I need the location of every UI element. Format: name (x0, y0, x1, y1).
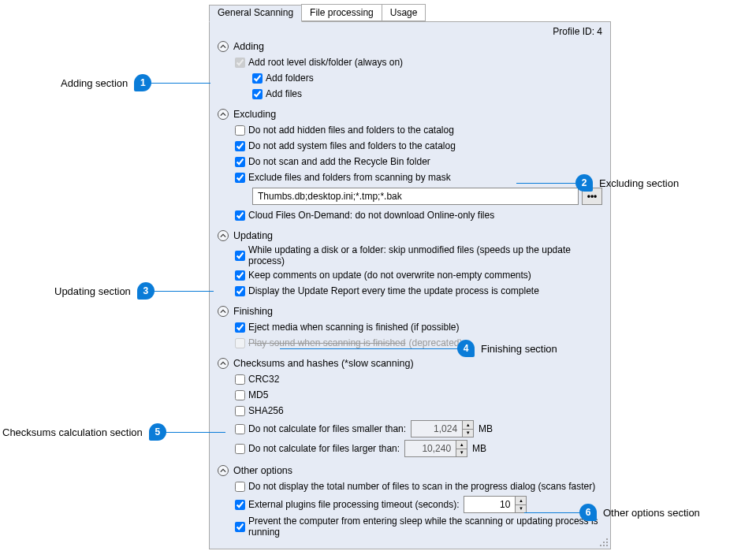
section-title: Checksums and hashes (*slow scanning) (233, 358, 414, 369)
chk-add-root[interactable] (235, 58, 245, 68)
chk-sound (235, 338, 245, 348)
chk-skip[interactable] (235, 251, 245, 261)
svg-point-5 (606, 545, 608, 546)
num-timeout-wrap: ▲▼ (464, 496, 527, 513)
section-title: Other options (233, 465, 292, 476)
chevron-up-icon (218, 306, 229, 317)
spin-down[interactable]: ▼ (456, 449, 467, 457)
num-timeout-input[interactable] (464, 497, 515, 512)
chevron-up-icon (218, 41, 229, 52)
settings-panel: General Scanning File processing Usage P… (209, 4, 611, 549)
unit-mb: MB (472, 443, 486, 454)
svg-point-3 (600, 545, 601, 546)
chk-hidden[interactable] (235, 125, 245, 136)
callout-connector (280, 348, 457, 349)
callout-text: Checksums calculation section (2, 426, 143, 438)
section-title: Finishing (233, 306, 273, 317)
chevron-up-icon (218, 465, 229, 476)
chk-mask[interactable] (235, 173, 245, 183)
num-larger-wrap: ▲▼ (404, 440, 467, 457)
lbl-skip: While updating a disk or a folder: skip … (248, 244, 602, 266)
mask-input[interactable] (252, 188, 579, 205)
lbl-cloud: Cloud Files On-Demand: do not download O… (248, 210, 494, 221)
svg-point-0 (606, 538, 608, 540)
chk-larger[interactable] (235, 444, 245, 454)
callout-bubble: 5 (149, 423, 166, 441)
callout-connector (524, 512, 579, 513)
spin-up[interactable]: ▲ (516, 497, 526, 505)
lbl-crc32: CRC32 (248, 374, 279, 385)
chk-sleep[interactable] (235, 522, 245, 532)
lbl-total: Do not display the total number of files… (248, 481, 595, 492)
lbl-sha256: SHA256 (248, 405, 284, 416)
section-other: Do not display the total number of files… (235, 479, 602, 538)
section-header-other[interactable]: Other options (218, 465, 602, 476)
profile-id-label: Profile ID: 4 (553, 26, 602, 37)
callout-bubble: 3 (137, 282, 155, 300)
lbl-deprecated: (deprecated) (408, 337, 462, 348)
chevron-up-icon (218, 358, 229, 369)
callout-connector (516, 183, 575, 184)
section-header-checksums[interactable]: Checksums and hashes (*slow scanning) (218, 358, 602, 369)
lbl-report: Display the Update Report every time the… (248, 285, 539, 296)
chk-md5[interactable] (235, 390, 245, 400)
num-smaller-wrap: ▲▼ (411, 420, 474, 437)
lbl-add-root: Add root level disk/folder (always on) (248, 57, 403, 68)
section-title: Adding (233, 41, 264, 52)
tab-usage[interactable]: Usage (382, 4, 426, 21)
tab-strip: General Scanning File processing Usage (209, 4, 611, 21)
num-larger-input[interactable] (405, 441, 456, 456)
callout-6: Other options section 6 (579, 504, 700, 521)
chk-keep[interactable] (235, 270, 245, 281)
num-smaller-input[interactable] (412, 421, 462, 437)
tab-file-processing[interactable]: File processing (301, 4, 382, 21)
section-header-updating[interactable]: Updating (218, 230, 602, 241)
chk-total[interactable] (235, 482, 245, 492)
callout-1: Adding section 1 (61, 74, 210, 91)
chk-smaller[interactable] (235, 424, 245, 434)
section-adding: Add root level disk/folder (always on) A… (235, 55, 602, 101)
chk-crc32[interactable] (235, 374, 245, 385)
chk-recycle[interactable] (235, 157, 245, 167)
lbl-timeout: External plugins file processing timeout… (248, 499, 459, 510)
lbl-add-files: Add files (266, 88, 302, 99)
section-checksums: CRC32 MD5 SHA256 Do not calculate for fi… (235, 372, 602, 457)
chk-system[interactable] (235, 141, 245, 151)
section-title: Excluding (233, 109, 276, 120)
callout-2: Excluding section 2 (575, 174, 679, 192)
callout-3: Updating section 3 (54, 282, 214, 300)
callout-text: Excluding section (599, 177, 679, 189)
chk-sha256[interactable] (235, 406, 245, 416)
resize-grip-icon[interactable] (599, 538, 609, 547)
chk-add-folders[interactable] (252, 73, 263, 84)
callout-text: Adding section (61, 77, 128, 89)
lbl-larger: Do not calculate for files larger than: (248, 443, 400, 454)
callout-bubble: 4 (457, 340, 475, 357)
section-excluding: Do not add hidden files and folders to t… (235, 123, 602, 222)
lbl-sound: Play sound when scanning is finished (248, 337, 405, 348)
spin-down[interactable]: ▼ (463, 430, 473, 437)
tab-general-scanning[interactable]: General Scanning (209, 5, 302, 22)
chk-add-files[interactable] (252, 89, 263, 99)
lbl-hidden: Do not add hidden files and folders to t… (248, 125, 454, 136)
lbl-keep: Keep comments on update (do not overwrit… (248, 270, 531, 281)
chk-cloud[interactable] (235, 210, 245, 221)
section-header-excluding[interactable]: Excluding (218, 109, 602, 120)
chk-eject[interactable] (235, 322, 245, 333)
callout-connector (151, 83, 210, 84)
spin-up[interactable]: ▲ (463, 421, 473, 430)
callout-text: Updating section (54, 285, 131, 297)
callout-connector (155, 291, 214, 292)
callout-4: Finishing section 4 (457, 340, 557, 357)
section-header-adding[interactable]: Adding (218, 41, 602, 52)
callout-connector (166, 432, 225, 433)
svg-point-1 (603, 542, 605, 543)
section-header-finishing[interactable]: Finishing (218, 306, 602, 317)
spin-up[interactable]: ▲ (456, 441, 467, 449)
lbl-smaller: Do not calculate for files smaller than: (248, 423, 406, 434)
svg-point-4 (603, 545, 605, 546)
chk-timeout[interactable] (235, 500, 245, 510)
lbl-sleep: Prevent the computer from entering sleep… (248, 516, 602, 538)
callout-5: Checksums calculation section 5 (2, 423, 225, 441)
chk-report[interactable] (235, 286, 245, 296)
